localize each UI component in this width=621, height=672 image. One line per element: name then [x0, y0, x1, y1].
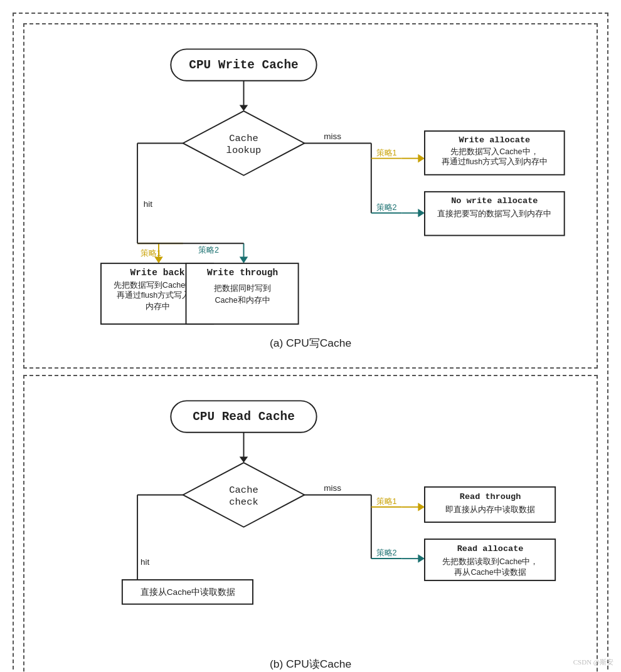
svg-marker-24	[240, 256, 248, 263]
svg-text:把数据同时写到: 把数据同时写到	[214, 284, 271, 293]
write-back-title: Write back	[130, 268, 184, 278]
svg-marker-22	[154, 256, 163, 263]
main-container: CPU Write Cache Cache lookup miss 策略1 策略…	[13, 13, 608, 672]
read-cache-title: CPU Read Cache	[193, 410, 295, 424]
read-cache-diagram: CPU Read Cache Cache check miss 策略1 策略2	[43, 389, 578, 672]
svg-marker-9	[418, 154, 425, 163]
svg-text:先把数据读取到Cache中，: 先把数据读取到Cache中，	[442, 557, 538, 566]
read-diamond-label: Cache	[229, 485, 258, 496]
svg-text:再从Cache中读数据: 再从Cache中读数据	[454, 568, 526, 577]
read-miss-strategy1-label: 策略1	[376, 497, 397, 506]
svg-text:内存中: 内存中	[146, 302, 170, 311]
section-a: CPU Write Cache Cache lookup miss 策略1 策略…	[23, 23, 598, 369]
write-cache-diagram: CPU Write Cache Cache lookup miss 策略1 策略…	[43, 37, 578, 359]
read-allocate-title: Read allocate	[457, 545, 524, 554]
svg-text:直接把要写的数据写入到内存中: 直接把要写的数据写入到内存中	[437, 209, 551, 218]
svg-text:Cache和内存中: Cache和内存中	[215, 296, 270, 305]
miss-label-b: miss	[324, 483, 341, 493]
write-through-title: Write through	[207, 268, 278, 278]
svg-text:再通过flush方式写入到内存中: 再通过flush方式写入到内存中	[442, 157, 548, 166]
miss-label-a: miss	[324, 132, 341, 141]
hit-strategy2-label: 策略2	[198, 246, 219, 255]
hit-strategy1-label: 策略1	[141, 249, 161, 258]
section-b: CPU Read Cache Cache check miss 策略1 策略2	[23, 375, 598, 672]
write-diamond-label: Cache	[229, 133, 258, 144]
miss-strategy1-label: 策略1	[376, 149, 397, 157]
svg-marker-12	[418, 209, 425, 218]
watermark: CSDN @斯安	[573, 658, 613, 667]
read-miss-strategy2-label: 策略2	[376, 549, 397, 557]
write-cache-title: CPU Write Cache	[189, 58, 298, 72]
read-through-title: Read through	[460, 492, 521, 501]
miss-strategy2-label: 策略2	[376, 203, 397, 212]
hit-label-a: hit	[144, 199, 153, 209]
svg-text:lookup: lookup	[226, 145, 262, 156]
svg-text:即直接从内存中读取数据: 即直接从内存中读取数据	[445, 505, 535, 514]
svg-text:check: check	[229, 496, 258, 508]
svg-text:先把数据写入Cache中，: 先把数据写入Cache中，	[450, 147, 538, 156]
svg-marker-42	[418, 503, 425, 512]
no-write-allocate-title: No write allocate	[451, 196, 538, 206]
svg-marker-45	[418, 554, 425, 563]
direct-read-label: 直接从Cache中读取数据	[141, 587, 235, 597]
write-allocate-title: Write allocate	[459, 135, 530, 145]
hit-label-b: hit	[141, 557, 150, 567]
svg-marker-2	[240, 105, 248, 111]
section-a-caption: (a) CPU写Cache	[270, 337, 351, 349]
section-b-caption: (b) CPU读Cache	[270, 658, 351, 670]
svg-marker-35	[240, 457, 248, 463]
